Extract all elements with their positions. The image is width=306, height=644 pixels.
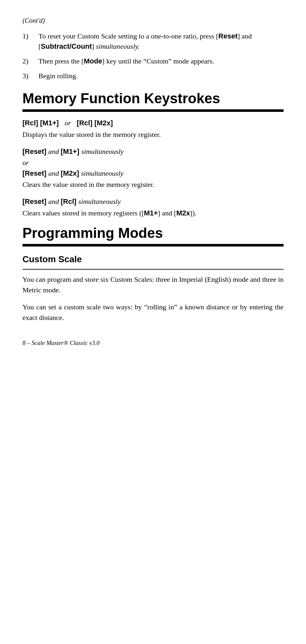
cont-label: (Cont'd) xyxy=(22,16,284,25)
keystroke-group-1: [Rcl] [M1+] or [Rcl] [M2x] Displays the … xyxy=(22,118,284,140)
keystroke-line-1: [Rcl] [M1+] or [Rcl] [M2x] xyxy=(22,118,284,128)
or-word-1: or xyxy=(64,119,71,127)
simultaneously-2b: simultaneously xyxy=(81,169,123,177)
key-rcl-3: [Rcl] xyxy=(61,197,76,205)
list-item-2: 2) Then press the [Mode] key until the “… xyxy=(22,56,284,66)
keystroke-group-2: [Reset] and [M1+] simultaneously or [Res… xyxy=(22,147,284,190)
key-mode: Mode xyxy=(84,57,102,65)
key-m2x-desc: M2x xyxy=(176,209,190,217)
key-m1plus-2a: [M1+] xyxy=(61,147,79,155)
keystroke-line-2b: [Reset] and [M2x] simultaneously xyxy=(22,169,284,179)
key-reset-2b: [Reset] xyxy=(22,169,47,177)
key-subtract-count: Subtract/Count xyxy=(41,42,92,50)
key-reset-1: Reset xyxy=(218,32,238,40)
key-m1plus-desc: M1+ xyxy=(144,209,158,217)
programming-para-2: You can set a custom scale two ways: by … xyxy=(22,302,284,323)
or-line-2: or xyxy=(22,158,284,168)
memory-heading: Memory Function Keystrokes xyxy=(22,91,284,106)
keystroke-desc-1: Displays the value stored in the memory … xyxy=(22,130,284,140)
key-rcl-m1plus-1: [Rcl] [M1+] xyxy=(22,119,59,127)
and-word-3: and xyxy=(48,197,61,205)
programming-heading: Programming Modes xyxy=(22,225,284,241)
programming-thick-rule xyxy=(22,244,284,247)
key-reset-3: [Reset] xyxy=(22,197,47,205)
keystroke-line-3: [Reset] and [Rcl] simultaneously xyxy=(22,197,284,207)
key-reset-2a: [Reset] xyxy=(22,147,47,155)
keystroke-line-2a: [Reset] and [M1+] simultaneously xyxy=(22,147,284,157)
list-content-2: Then press the [Mode] key until the “Cus… xyxy=(38,56,284,66)
programming-section: Programming Modes Custom Scale You can p… xyxy=(22,225,284,323)
custom-scale-rule xyxy=(22,269,284,270)
key-rcl-m2x-1: [Rcl] [M2x] xyxy=(77,119,113,127)
list-content-3: Begin rolling. xyxy=(38,71,284,81)
memory-thick-rule xyxy=(22,109,284,112)
and-word-2a: and xyxy=(48,147,61,155)
list-content-1: To reset your Custom Scale setting to a … xyxy=(38,31,284,52)
simultaneously-3: simultaneously xyxy=(78,197,121,205)
numbered-list: 1) To reset your Custom Scale setting to… xyxy=(22,31,284,81)
simultaneously-2a: simultaneously xyxy=(81,147,123,155)
keystroke-desc-3: Clears values stored in memory registers… xyxy=(22,208,284,218)
list-item-3: 3) Begin rolling. xyxy=(22,71,284,81)
list-number-3: 3) xyxy=(22,71,38,81)
list-number-2: 2) xyxy=(22,56,38,66)
list-number-1: 1) xyxy=(22,31,38,52)
memory-section: Memory Function Keystrokes [Rcl] [M1+] o… xyxy=(22,91,284,218)
keystroke-desc-2: Clears the value stored in the memory re… xyxy=(22,180,284,190)
page-footer: 8 – Scale Master® Classic v3.0 xyxy=(22,339,284,347)
key-m2x-2b: [M2x] xyxy=(61,169,79,177)
programming-para-1: You can program and store six Custom Sca… xyxy=(22,274,284,295)
keystroke-group-3: [Reset] and [Rcl] simultaneously Clears … xyxy=(22,197,284,218)
custom-scale-heading: Custom Scale xyxy=(22,253,284,265)
list-item-1: 1) To reset your Custom Scale setting to… xyxy=(22,31,284,52)
and-word-2b: and xyxy=(48,169,61,177)
simultaneously-1: simultaneously. xyxy=(96,42,140,50)
